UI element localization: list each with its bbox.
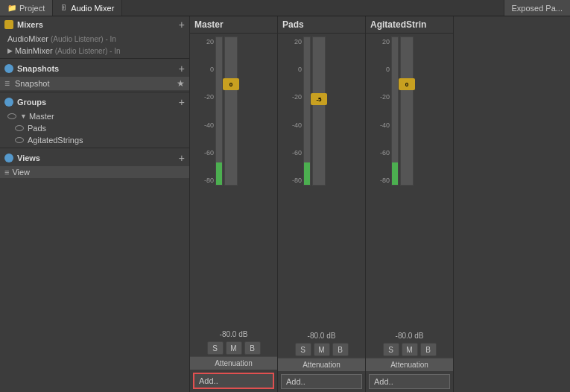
- channel-master-bypass-btn[interactable]: B: [244, 341, 261, 355]
- sidebar-item-audiomixer[interactable]: AudioMixer (Audio Listener) - In: [0, 33, 189, 45]
- snapshots-icon: [4, 64, 13, 73]
- tab-audio-mixer[interactable]: 🎚 Audio Mixer: [53, 0, 122, 16]
- view-lines-icon: ≡: [4, 168, 9, 177]
- channel-pads-fader-track[interactable]: -5: [312, 37, 326, 186]
- master-arrow: ▼: [20, 113, 27, 120]
- exposed-label: Exposed Pa...: [512, 4, 563, 13]
- snapshots-add-button[interactable]: +: [179, 63, 185, 74]
- divider-3: [0, 148, 189, 148]
- groups-label: Groups: [17, 98, 46, 107]
- channel-agitatedstrings-attenuation[interactable]: Attenuation: [366, 358, 453, 371]
- channel-agitatedstrings-solo-btn[interactable]: S: [383, 343, 399, 356]
- divider-2: [0, 92, 189, 92]
- pads-eye-icon: [15, 125, 24, 131]
- sidebar: Mixers + AudioMixer (Audio Listener) - I…: [0, 16, 190, 392]
- views-section-header: Views +: [0, 150, 189, 166]
- channel-agitatedstrings-smb-row: S M B: [366, 341, 453, 358]
- exposed-button[interactable]: Exposed Pa...: [504, 0, 571, 16]
- snapshots-label: Snapshots: [17, 64, 59, 73]
- channels-container: Master 20 0 -20 -40 -60 -80: [190, 16, 570, 392]
- sidebar-item-mainmixer[interactable]: ▶ MainMixer (Audio Listener) - In: [0, 45, 189, 57]
- channel-agitatedstrings-name: AgitatedStrin: [370, 19, 426, 30]
- snapshot-name: Snapshot: [15, 79, 49, 88]
- channel-agitatedstrings-bypass-btn[interactable]: B: [420, 343, 437, 356]
- channel-master-attenuation[interactable]: Attenuation: [190, 356, 277, 370]
- channel-agitatedstrings-add-button[interactable]: Add..: [369, 374, 450, 389]
- mixers-add-button[interactable]: +: [179, 19, 185, 30]
- sidebar-item-master[interactable]: ▼ Master: [0, 110, 189, 122]
- channel-agitatedstrings-db-value: -80.0 dB: [366, 330, 453, 341]
- groups-icon: [4, 98, 13, 107]
- channel-agitatedstrings: AgitatedStrin 20 0 -20 -40 -60 -80: [366, 16, 454, 392]
- view-name: View: [12, 168, 30, 177]
- folder-icon: 📁: [7, 4, 16, 12]
- channel-agitatedstrings-mute-btn[interactable]: M: [402, 343, 418, 356]
- channel-agitatedstrings-db-labels: 20 0 -20 -40 -60 -80: [369, 37, 390, 186]
- main-layout: Mixers + AudioMixer (Audio Listener) - I…: [0, 16, 570, 392]
- channel-master-mute-btn[interactable]: M: [226, 341, 242, 355]
- agitated-eye-icon: [15, 137, 24, 143]
- mainmixer-name: MainMixer: [15, 46, 53, 55]
- view-item[interactable]: ≡ View: [0, 166, 189, 178]
- sidebar-item-pads[interactable]: Pads: [0, 122, 189, 134]
- channel-pads-attenuation[interactable]: Attenuation: [278, 358, 365, 371]
- mainmixer-arrow: ▶: [7, 47, 13, 54]
- channel-pads-bypass-btn[interactable]: B: [332, 343, 349, 356]
- tab-project[interactable]: 📁 Project: [0, 0, 53, 16]
- channel-master: Master 20 0 -20 -40 -60 -80: [190, 16, 278, 392]
- snapshots-section-header: Snapshots +: [0, 60, 189, 77]
- mixers-label: Mixers: [17, 20, 43, 29]
- snapshot-lines-icon: ≡: [4, 78, 10, 89]
- views-icon: [4, 154, 13, 162]
- channel-agitatedstrings-header: AgitatedStrin: [366, 16, 453, 34]
- channel-master-name: Master: [194, 19, 224, 30]
- channel-agitatedstrings-fader-handle[interactable]: 0: [399, 78, 415, 90]
- divider-1: [0, 58, 189, 59]
- channel-pads-fader-track-container: -5: [303, 37, 362, 327]
- channel-agitatedstrings-fader-track-container: 0: [391, 37, 450, 327]
- channel-pads-fader-area: 20 0 -20 -40 -60 -80 -5: [278, 34, 365, 330]
- channel-pads-db-labels: 20 0 -20 -40 -60 -80: [281, 37, 302, 186]
- channel-pads-header: Pads: [278, 16, 365, 34]
- agitated-name: AgitatedStrings: [28, 136, 83, 145]
- channel-pads: Pads 20 0 -20 -40 -60 -80: [278, 16, 366, 392]
- snapshots-title: Snapshots: [4, 64, 59, 73]
- pads-name: Pads: [28, 124, 46, 133]
- tab-audio-mixer-label: Audio Mixer: [71, 4, 114, 13]
- channel-pads-solo-btn[interactable]: S: [295, 343, 311, 356]
- channel-master-fader-handle[interactable]: 0: [223, 78, 239, 90]
- mixers-section-header: Mixers +: [0, 16, 189, 33]
- channel-pads-mute-btn[interactable]: M: [314, 343, 330, 356]
- channel-master-vu-fill: [216, 162, 222, 185]
- snapshot-item[interactable]: ≡ Snapshot ★: [0, 77, 189, 90]
- groups-add-button[interactable]: +: [179, 97, 185, 107]
- channel-pads-smb-row: S M B: [278, 341, 365, 358]
- channel-master-add-button[interactable]: Add..: [193, 373, 274, 389]
- channel-master-solo-btn[interactable]: S: [207, 341, 224, 355]
- groups-section-header: Groups +: [0, 94, 189, 110]
- audiomixer-name: AudioMixer: [7, 34, 48, 43]
- tab-project-label: Project: [19, 4, 45, 13]
- channel-pads-add-button[interactable]: Add..: [281, 374, 362, 389]
- mixers-icon: [4, 20, 13, 29]
- channel-master-db-labels: 20 0 -20 -40 -60 -80: [193, 37, 214, 186]
- channel-master-header: Master: [190, 16, 277, 34]
- mixer-area: Master 20 0 -20 -40 -60 -80: [190, 16, 570, 392]
- audiomixer-detail: (Audio Listener) - In: [51, 35, 116, 43]
- channel-pads-vu-meter: [303, 37, 311, 186]
- views-add-button[interactable]: +: [179, 153, 185, 163]
- snapshot-star-icon: ★: [177, 78, 185, 89]
- channel-agitatedstrings-vu-meter: [391, 37, 399, 186]
- channel-agitatedstrings-fader-area: 20 0 -20 -40 -60 -80 0: [366, 34, 453, 330]
- tab-bar: 📁 Project 🎚 Audio Mixer Exposed Pa...: [0, 0, 570, 16]
- groups-title: Groups: [4, 98, 46, 107]
- channel-master-vu-meter: [215, 37, 223, 186]
- channel-agitatedstrings-fader-track[interactable]: 0: [400, 37, 414, 186]
- views-title: Views: [4, 154, 40, 162]
- mainmixer-detail: (Audio Listener) - In: [55, 47, 121, 55]
- sidebar-item-agitatedstrings[interactable]: AgitatedStrings: [0, 134, 189, 146]
- channel-pads-fader-handle[interactable]: -5: [311, 93, 327, 105]
- channel-master-fader-track[interactable]: 0: [224, 37, 238, 186]
- master-eye-icon: [7, 113, 16, 119]
- channel-pads-db-value: -80.0 dB: [278, 330, 365, 341]
